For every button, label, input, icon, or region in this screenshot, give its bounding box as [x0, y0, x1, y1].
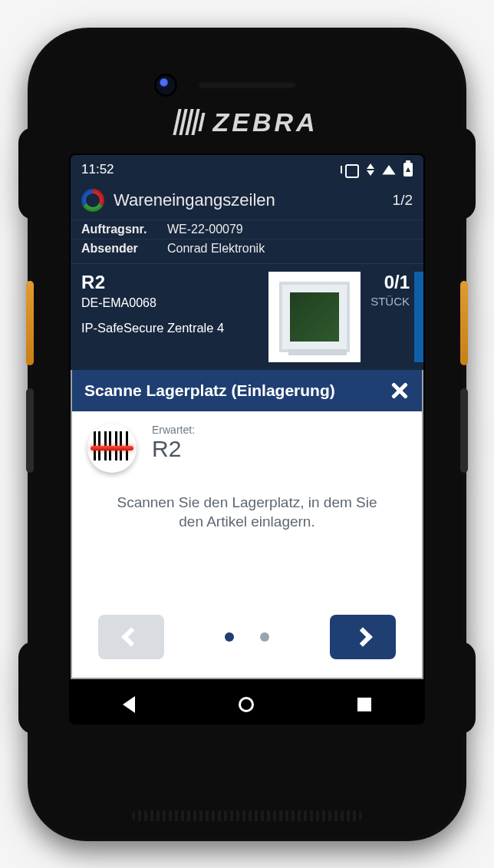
screen: 11:52 Wareneingangszeilen 1/2 Auftragsnr…: [71, 155, 423, 723]
app-title-bar: Wareneingangszeilen 1/2: [71, 184, 423, 219]
line-uom: STÜCK: [361, 295, 410, 308]
next-button[interactable]: [330, 615, 396, 659]
expected-label: Erwartet:: [152, 424, 195, 436]
chevron-right-icon: [353, 627, 372, 646]
panel-pager: [87, 601, 407, 672]
scan-panel-header: Scanne Lagerplatz (Einlagerung): [72, 370, 422, 411]
status-icons: [342, 163, 413, 177]
device-frame: ZEBRA 11:52 Wareneingangszeilen 1/2 Auft…: [28, 28, 466, 841]
frame-bump: [445, 642, 476, 734]
pager-dot-2[interactable]: [260, 632, 269, 642]
side-button-left[interactable]: [26, 281, 34, 365]
barcode-scan-icon: [87, 424, 137, 473]
zebra-logo-icon: [176, 109, 202, 135]
android-back-button[interactable]: [123, 696, 135, 713]
android-recent-button[interactable]: [357, 698, 371, 711]
scan-panel-title: Scanne Lagerplatz (Einlagerung): [84, 381, 335, 400]
line-bin: R2: [81, 272, 261, 293]
product-image-icon: [279, 282, 350, 352]
line-thumbnail: [268, 272, 361, 362]
selection-stripe: [414, 272, 423, 362]
prev-button[interactable]: [98, 615, 164, 659]
status-time: 11:52: [81, 162, 114, 177]
side-button-left-2[interactable]: [26, 388, 34, 473]
scan-help-text: Scannen Sie den Lagerplatz, in dem Sie d…: [92, 493, 402, 532]
android-nav-bar: [71, 686, 423, 723]
meta-sender-row: Absender Conrad Elektronik: [71, 239, 423, 263]
order-label: Auftragsnr.: [81, 223, 167, 236]
expected-value: R2: [152, 436, 195, 462]
data-sync-icon: [367, 163, 374, 176]
meta-order-row: Auftragsnr. WE-22-00079: [71, 219, 423, 239]
front-camera: [156, 76, 175, 94]
android-status-bar[interactable]: 11:52: [71, 155, 423, 184]
earpiece: [197, 81, 297, 89]
scan-panel: Scanne Lagerplatz (Einlagerung) Erwartet…: [71, 370, 423, 679]
order-value: WE-22-00079: [167, 223, 413, 236]
app-icon[interactable]: [81, 189, 104, 212]
receipt-line-selected[interactable]: R2 DE-EMA0068 IP-SafeSecure Zentrale 4 0…: [71, 263, 423, 370]
speaker-grill: [132, 810, 362, 821]
close-icon[interactable]: [390, 381, 410, 401]
sender-value: Conrad Elektronik: [167, 242, 413, 256]
side-button-right-2[interactable]: [460, 388, 468, 473]
device-brand: ZEBRA: [28, 107, 466, 137]
pager-dots: [225, 632, 269, 642]
sender-label: Absender: [81, 242, 167, 256]
vibrate-icon: [342, 164, 359, 175]
wifi-icon: [382, 164, 396, 175]
line-qty: 0/1: [361, 272, 410, 293]
page-counter: 1/2: [393, 192, 413, 209]
line-item-name: IP-SafeSecure Zentrale 4: [81, 321, 261, 335]
line-sku: DE-EMA0068: [81, 296, 261, 310]
pager-dot-1[interactable]: [225, 632, 234, 642]
device-brand-text: ZEBRA: [212, 107, 318, 137]
page-title: Wareneingangszeilen: [114, 190, 384, 210]
battery-icon: [403, 163, 413, 177]
frame-bump: [18, 642, 49, 734]
side-button-right[interactable]: [460, 281, 468, 365]
chevron-left-icon: [121, 627, 140, 646]
android-home-button[interactable]: [239, 697, 254, 712]
